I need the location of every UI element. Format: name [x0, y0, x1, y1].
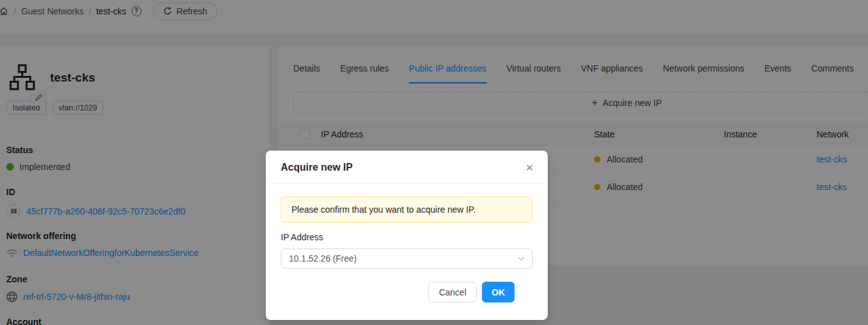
close-icon[interactable]: ✕	[522, 161, 537, 176]
ip-address-select[interactable]: 10.1.52.26 (Free)	[281, 248, 533, 269]
acquire-new-ip-dialog: Acquire new IP ✕ Please confirm that you…	[266, 151, 548, 320]
chevron-down-icon	[518, 257, 525, 261]
ip-address-selected-value: 10.1.52.26 (Free)	[289, 253, 518, 264]
dialog-footer: Cancel OK	[281, 282, 533, 302]
ip-address-label: IP Address	[281, 232, 533, 242]
dialog-header: Acquire new IP ✕	[266, 151, 548, 184]
confirm-alert: Please confirm that you want to acquire …	[281, 196, 533, 223]
cancel-button[interactable]: Cancel	[428, 282, 477, 302]
dialog-body: Please confirm that you want to acquire …	[266, 184, 548, 302]
dialog-title: Acquire new IP	[281, 162, 353, 173]
ok-button[interactable]: OK	[482, 282, 515, 302]
